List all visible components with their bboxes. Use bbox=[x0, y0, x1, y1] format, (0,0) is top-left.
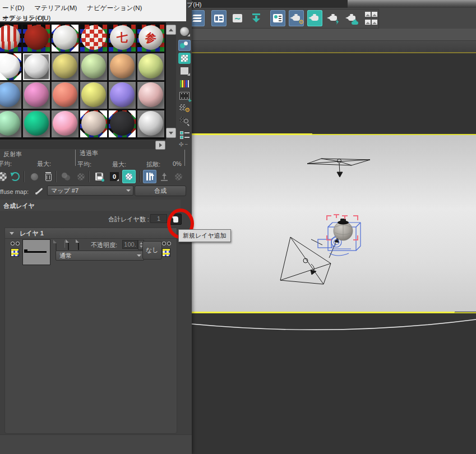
sample-slot-7[interactable] bbox=[23, 53, 50, 80]
layer1-thumbnail[interactable] bbox=[22, 239, 50, 265]
make-material-copy-icon[interactable] bbox=[59, 170, 73, 183]
sample-slot-3[interactable] bbox=[80, 25, 107, 52]
material-editor-icon[interactable] bbox=[211, 10, 227, 26]
put-to-library-icon[interactable] bbox=[93, 170, 106, 183]
slot-hscrollbar[interactable] bbox=[0, 140, 166, 149]
sample-slot-14[interactable] bbox=[52, 82, 78, 109]
layer1-mask-channel-icon[interactable] bbox=[162, 248, 170, 257]
material-sphere bbox=[138, 111, 163, 136]
sample-slot-9[interactable] bbox=[80, 53, 107, 80]
sample-slot-18[interactable] bbox=[0, 110, 21, 137]
rendered-frame-window-icon[interactable] bbox=[307, 10, 322, 26]
diffusion-label: 拡散: bbox=[146, 160, 160, 169]
slot-scroll-right-button[interactable] bbox=[155, 141, 165, 150]
layer-explorer-icon[interactable] bbox=[190, 10, 205, 26]
viewport-scene[interactable] bbox=[192, 129, 476, 342]
menu-item-2[interactable]: ナビゲーション(N) bbox=[87, 4, 142, 12]
ground-arc bbox=[192, 319, 476, 330]
sample-uv-tiling-icon[interactable] bbox=[178, 65, 191, 76]
sample-slot-4[interactable]: 七 bbox=[109, 25, 136, 52]
background-menu-help[interactable]: プ(H) bbox=[187, 1, 202, 9]
layer1-rollout-header[interactable]: レイヤ 1 bbox=[4, 228, 177, 239]
cloud-render-icon[interactable] bbox=[344, 10, 359, 26]
sample-slot-23[interactable] bbox=[137, 110, 164, 137]
sample-type-icon[interactable] bbox=[178, 26, 191, 37]
sample-slot-10[interactable] bbox=[109, 53, 136, 80]
sample-slot-15[interactable] bbox=[80, 82, 107, 109]
menu-item-1[interactable]: マテリアル(M) bbox=[34, 4, 77, 12]
material-editor-window: ード(D)マテリアル(M)ナビゲーション(N)オプション(O) ーティリティ(U… bbox=[0, 0, 192, 454]
assign-material-icon[interactable] bbox=[27, 170, 41, 183]
layer-save-icon[interactable] bbox=[68, 240, 69, 250]
make-unique-icon[interactable] bbox=[74, 170, 87, 183]
sphere-checker-deco bbox=[81, 25, 106, 50]
go-to-parent-icon[interactable] bbox=[158, 170, 171, 183]
blend-mode-dropdown[interactable]: 通常 bbox=[56, 251, 144, 261]
slot-corner-flag bbox=[71, 25, 78, 33]
map-dropdown[interactable]: マップ #7 bbox=[47, 186, 133, 196]
show-map-in-viewport-icon[interactable] bbox=[122, 170, 136, 183]
layer1-visibility-toggle[interactable] bbox=[11, 242, 20, 245]
make-preview-icon[interactable]: + bbox=[178, 90, 191, 101]
material-map-navigator-icon[interactable] bbox=[178, 129, 191, 140]
reflect-avg-label: 平均: bbox=[0, 160, 12, 168]
get-material-icon[interactable] bbox=[0, 170, 9, 183]
blend-mode-value: 通常 bbox=[59, 252, 72, 260]
toolbar-separator bbox=[140, 171, 140, 182]
slot-corner-flag bbox=[0, 72, 8, 80]
sample-slot-8[interactable] bbox=[52, 53, 78, 80]
slot-scroll-up-button[interactable] bbox=[166, 25, 176, 35]
menu-item-row2-0[interactable]: ーティリティ(U) bbox=[2, 14, 50, 22]
slot-corner-flag bbox=[52, 44, 59, 52]
layer-duplicate-icon[interactable] bbox=[78, 240, 79, 250]
render-settings-teapot-icon[interactable]: ⚙ bbox=[289, 10, 304, 26]
layer1-color-channel-icon[interactable] bbox=[11, 248, 19, 257]
compare-images-icon[interactable] bbox=[363, 10, 379, 26]
sample-slot-1[interactable] bbox=[23, 25, 50, 52]
video-color-check-icon[interactable] bbox=[178, 78, 191, 89]
slot-corner-flag bbox=[0, 53, 8, 61]
sample-slot-0[interactable] bbox=[0, 25, 21, 52]
background-icon[interactable] bbox=[178, 53, 191, 64]
sample-slot-17[interactable] bbox=[137, 82, 164, 109]
sample-slot-12[interactable] bbox=[0, 82, 21, 109]
slot-corner-flag bbox=[80, 110, 88, 118]
curve-editor-icon[interactable]: ∼ bbox=[230, 10, 245, 26]
state-sets-icon[interactable] bbox=[248, 10, 264, 26]
reset-map-icon[interactable] bbox=[41, 170, 55, 183]
chevron-up-icon bbox=[169, 29, 173, 31]
sample-slot-16[interactable] bbox=[109, 82, 136, 109]
slot-scroll-down-button[interactable] bbox=[166, 128, 176, 138]
material-id-channel-icon[interactable]: 0 bbox=[108, 170, 121, 183]
go-forward-sibling-icon[interactable] bbox=[172, 170, 185, 183]
eyedropper-icon[interactable] bbox=[35, 186, 44, 195]
sample-slot-2[interactable] bbox=[52, 25, 78, 52]
sample-slot-13[interactable] bbox=[23, 82, 50, 109]
options-icon[interactable]: ⚙ bbox=[178, 103, 191, 114]
map-type-button[interactable]: 合成 bbox=[135, 186, 186, 196]
select-by-material-icon[interactable] bbox=[178, 115, 191, 126]
opacity-field[interactable]: 100. bbox=[122, 240, 138, 249]
backlight-icon[interactable] bbox=[178, 40, 191, 51]
sample-slot-6[interactable] bbox=[0, 53, 21, 80]
map-dropdown-value: マップ #7 bbox=[51, 187, 78, 195]
show-end-result-icon[interactable] bbox=[143, 170, 156, 183]
sample-slot-11[interactable] bbox=[137, 53, 164, 80]
viewport-dark-area bbox=[192, 53, 476, 133]
layer-map-button[interactable]: なし bbox=[142, 241, 162, 260]
total-layers-field[interactable]: 1 bbox=[150, 214, 167, 223]
background-window-highlight bbox=[348, 0, 476, 8]
panel-resize-handle-icon[interactable]: ✣− bbox=[179, 141, 189, 147]
sample-slot-5[interactable]: 参 bbox=[137, 25, 164, 52]
put-material-to-scene-icon[interactable] bbox=[8, 170, 22, 183]
menu-item-0[interactable]: ード(D) bbox=[2, 4, 24, 12]
sample-slot-20[interactable] bbox=[52, 110, 78, 137]
layer1-mask-visibility-toggle[interactable] bbox=[162, 242, 171, 245]
slot-corner-flag bbox=[99, 129, 107, 137]
slot-vscrollbar[interactable] bbox=[166, 25, 176, 137]
sample-slot-21[interactable] bbox=[80, 110, 107, 137]
sample-slot-22[interactable] bbox=[109, 110, 136, 137]
quick-render-icon[interactable] bbox=[326, 10, 341, 26]
sample-slot-19[interactable] bbox=[23, 110, 50, 137]
render-setup-icon[interactable] bbox=[270, 10, 285, 26]
